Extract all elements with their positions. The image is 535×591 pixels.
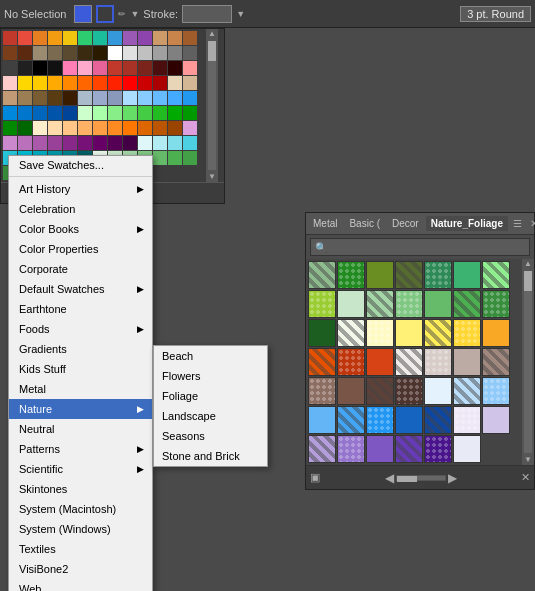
- swatch-item[interactable]: [33, 61, 47, 75]
- menu-item-nature[interactable]: Nature▶: [9, 399, 152, 419]
- menu-item-web[interactable]: Web: [9, 579, 152, 591]
- swatch-item[interactable]: [153, 61, 167, 75]
- round-badge[interactable]: 3 pt. Round: [460, 6, 531, 22]
- swatch-item[interactable]: [153, 76, 167, 90]
- swatch-item[interactable]: [138, 31, 152, 45]
- foliage-swatch-item[interactable]: [395, 290, 423, 318]
- foliage-swatch-item[interactable]: [395, 261, 423, 289]
- stroke-dropdown-icon[interactable]: ▼: [236, 9, 245, 19]
- tab-basic[interactable]: Basic (: [344, 216, 385, 231]
- swatch-item[interactable]: [168, 76, 182, 90]
- stroke-input[interactable]: [182, 5, 232, 23]
- swatch-item[interactable]: [138, 136, 152, 150]
- foliage-swatch-item[interactable]: [337, 406, 365, 434]
- menu-item-textiles[interactable]: Textiles: [9, 539, 152, 559]
- foliage-swatch-item[interactable]: [395, 377, 423, 405]
- tab-metal[interactable]: Metal: [308, 216, 342, 231]
- swatch-item[interactable]: [33, 106, 47, 120]
- swatch-item[interactable]: [123, 91, 137, 105]
- swatch-item[interactable]: [168, 121, 182, 135]
- swatch-item[interactable]: [108, 136, 122, 150]
- swatch-item[interactable]: [153, 151, 167, 165]
- menu-item-gradients[interactable]: Gradients: [9, 339, 152, 359]
- swatch-item[interactable]: [153, 121, 167, 135]
- swatch-item[interactable]: [123, 106, 137, 120]
- swatch-item[interactable]: [183, 61, 197, 75]
- swatch-item[interactable]: [138, 46, 152, 60]
- swatch-item[interactable]: [183, 91, 197, 105]
- submenu-item-stone-and-brick[interactable]: Stone and Brick: [154, 446, 267, 466]
- swatch-item[interactable]: [153, 91, 167, 105]
- menu-item-scientific[interactable]: Scientific▶: [9, 459, 152, 479]
- swatch-item[interactable]: [63, 91, 77, 105]
- swatch-item[interactable]: [18, 106, 32, 120]
- foliage-swatch-item[interactable]: [453, 377, 481, 405]
- foliage-swatch-item[interactable]: [453, 348, 481, 376]
- swatch-item[interactable]: [123, 61, 137, 75]
- swatch-item[interactable]: [183, 121, 197, 135]
- foliage-swatch-item[interactable]: [308, 406, 336, 434]
- swatch-item[interactable]: [3, 61, 17, 75]
- footer-trash-icon[interactable]: ✕: [521, 471, 530, 484]
- swatch-item[interactable]: [108, 61, 122, 75]
- swatch-item[interactable]: [48, 46, 62, 60]
- menu-item-neutral[interactable]: Neutral: [9, 419, 152, 439]
- swatch-item[interactable]: [108, 76, 122, 90]
- tab-nature-foliage[interactable]: Nature_Foliage: [426, 216, 508, 231]
- foliage-swatch-item[interactable]: [337, 377, 365, 405]
- swatch-item[interactable]: [183, 76, 197, 90]
- foliage-swatch-item[interactable]: [424, 319, 452, 347]
- swatch-item[interactable]: [78, 91, 92, 105]
- swatch-item[interactable]: [153, 31, 167, 45]
- foliage-swatch-item[interactable]: [337, 319, 365, 347]
- swatch-item[interactable]: [93, 31, 107, 45]
- swatch-item[interactable]: [108, 91, 122, 105]
- swatch-item[interactable]: [153, 46, 167, 60]
- foliage-swatch-item[interactable]: [482, 348, 510, 376]
- foliage-swatch-item[interactable]: [482, 319, 510, 347]
- swatch-item[interactable]: [108, 31, 122, 45]
- tab-decor[interactable]: Decor: [387, 216, 424, 231]
- foliage-swatch-item[interactable]: [424, 435, 452, 463]
- foliage-scroll-up[interactable]: ▲: [524, 259, 532, 269]
- swatch-item[interactable]: [93, 136, 107, 150]
- foliage-swatch-item[interactable]: [337, 261, 365, 289]
- foliage-swatch-item[interactable]: [308, 435, 336, 463]
- menu-item-corporate[interactable]: Corporate: [9, 259, 152, 279]
- swatch-item[interactable]: [93, 46, 107, 60]
- foliage-swatch-item[interactable]: [366, 261, 394, 289]
- swatch-item[interactable]: [63, 136, 77, 150]
- swatch-item[interactable]: [138, 76, 152, 90]
- foliage-swatch-item[interactable]: [453, 319, 481, 347]
- swatch-item[interactable]: [123, 76, 137, 90]
- swatch-item[interactable]: [18, 76, 32, 90]
- foliage-swatch-item[interactable]: [395, 406, 423, 434]
- swatch-item[interactable]: [138, 91, 152, 105]
- foliage-swatch-item[interactable]: [424, 261, 452, 289]
- foliage-swatch-item[interactable]: [395, 319, 423, 347]
- menu-item-system-(windows)[interactable]: System (Windows): [9, 519, 152, 539]
- menu-item-color-books[interactable]: Color Books▶: [9, 219, 152, 239]
- swatch-item[interactable]: [63, 61, 77, 75]
- foliage-swatch-item[interactable]: [337, 348, 365, 376]
- swatch-item[interactable]: [18, 121, 32, 135]
- swatch-item[interactable]: [93, 121, 107, 135]
- foliage-swatch-item[interactable]: [308, 290, 336, 318]
- swatch-item[interactable]: [63, 46, 77, 60]
- swatch-item[interactable]: [33, 136, 47, 150]
- swatch-item[interactable]: [48, 91, 62, 105]
- menu-item-visibone2[interactable]: VisiBone2: [9, 559, 152, 579]
- fill-swatch[interactable]: [74, 5, 92, 23]
- swatch-item[interactable]: [78, 106, 92, 120]
- swatch-item[interactable]: [123, 31, 137, 45]
- foliage-swatch-item[interactable]: [308, 261, 336, 289]
- swatch-item[interactable]: [153, 136, 167, 150]
- swatch-item[interactable]: [138, 61, 152, 75]
- swatch-item[interactable]: [168, 31, 182, 45]
- menu-item-default-swatches[interactable]: Default Swatches▶: [9, 279, 152, 299]
- scroll-down-icon[interactable]: ▼: [208, 172, 216, 182]
- swatch-item[interactable]: [78, 76, 92, 90]
- submenu-item-landscape[interactable]: Landscape: [154, 406, 267, 426]
- swatch-item[interactable]: [123, 136, 137, 150]
- swatch-item[interactable]: [138, 106, 152, 120]
